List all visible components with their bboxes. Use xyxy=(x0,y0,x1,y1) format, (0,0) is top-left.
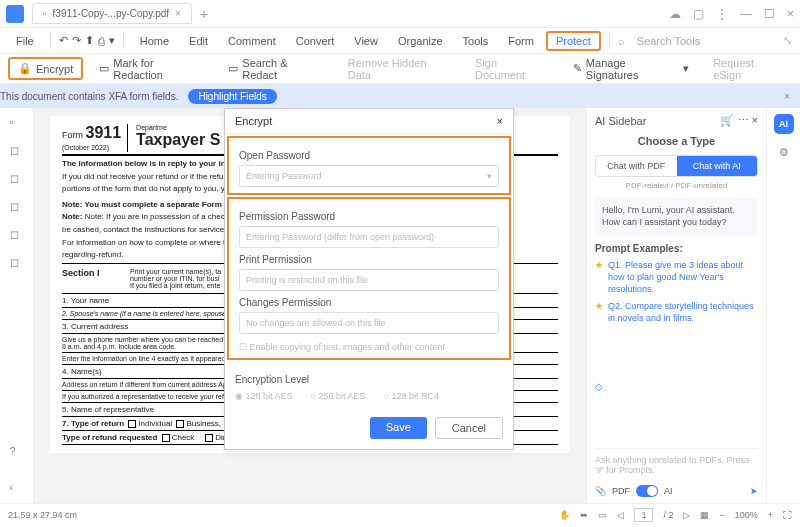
settings-icon[interactable]: ⚙ xyxy=(779,146,789,159)
bookmark-icon[interactable]: ◻ xyxy=(10,144,24,158)
help-icon[interactable]: ? xyxy=(10,445,24,459)
zoom-in-icon[interactable]: + xyxy=(768,510,773,520)
xfa-message: This document contains XFA form fields. xyxy=(0,91,178,102)
enc-128rc4-radio[interactable]: ○ 128 bit RC4 xyxy=(384,391,439,401)
menu-convert[interactable]: Convert xyxy=(288,33,343,49)
remove-hidden-button: Remove Hidden Data xyxy=(340,54,459,84)
enc-128aes-radio[interactable]: ◉ 128 bit AES xyxy=(235,391,293,401)
menu-tools[interactable]: Tools xyxy=(455,33,497,49)
next-page-icon[interactable]: ▷ xyxy=(683,510,690,520)
encrypt-button[interactable]: 🔒Encrypt xyxy=(8,57,83,80)
location-icon[interactable]: ◇ xyxy=(595,375,758,398)
close-sidebar-icon[interactable]: × xyxy=(752,114,758,126)
pdf-toggle[interactable] xyxy=(636,485,658,497)
manage-sig-button[interactable]: ✎Manage Signatures▾ xyxy=(565,54,697,84)
redo-icon[interactable]: ↷ xyxy=(72,34,81,47)
search-redact-button[interactable]: ▭Search & Redact xyxy=(220,54,331,84)
mark-redaction-button[interactable]: ▭Mark for Redaction xyxy=(91,54,212,84)
changes-permission-label: Changes Permission xyxy=(239,297,499,308)
save-button[interactable]: Save xyxy=(370,417,427,439)
attach-icon[interactable]: 📎 xyxy=(595,486,606,496)
search-tools[interactable]: Search Tools xyxy=(629,33,708,49)
cart-icon[interactable]: 🛒 xyxy=(720,114,734,126)
prompt-examples-label: Prompt Examples: xyxy=(595,243,758,254)
tab-name: f3911-Copy-...py-Copy.pdf xyxy=(53,8,170,19)
chevron-down-icon: ▾ xyxy=(683,62,689,75)
fit-width-icon[interactable]: ⬌ xyxy=(580,510,588,520)
dropdown-icon[interactable]: ▾ xyxy=(109,34,115,47)
minimize-icon[interactable]: — xyxy=(740,7,752,21)
enc-256aes-radio[interactable]: ○ 256 bit AES xyxy=(311,391,366,401)
chat-with-ai-button[interactable]: Chat with AI xyxy=(677,156,758,176)
expand-icon[interactable]: ⤡ xyxy=(783,34,792,47)
encryption-level-label: Encryption Level xyxy=(235,374,503,385)
zoom-level[interactable]: 100% xyxy=(735,510,758,520)
send-icon[interactable]: ➤ xyxy=(750,486,758,496)
add-tab-button[interactable]: + xyxy=(200,6,208,22)
print-icon[interactable]: ⎙ xyxy=(98,35,105,47)
page-input[interactable]: 1 xyxy=(634,508,653,522)
close-window-icon[interactable]: × xyxy=(787,7,794,21)
highlight-fields-button[interactable]: Highlight Fields xyxy=(188,89,276,104)
document-tab[interactable]: ▫ f3911-Copy-...py-Copy.pdf × xyxy=(32,3,192,24)
star-icon: ★ xyxy=(595,260,603,295)
menu-home[interactable]: Home xyxy=(132,33,177,49)
upload-icon[interactable]: ⬆ xyxy=(85,34,94,47)
menu-comment[interactable]: Comment xyxy=(220,33,284,49)
example-1[interactable]: ★Q1. Please give me 3 ideas about how to… xyxy=(595,260,758,295)
maximize-icon[interactable]: ☐ xyxy=(764,7,775,21)
more-icon[interactable]: ⋯ xyxy=(738,114,749,126)
lock-icon: 🔒 xyxy=(18,62,32,75)
menu-edit[interactable]: Edit xyxy=(181,33,216,49)
print-permission-select[interactable]: Printing is restricted on this file xyxy=(239,269,499,291)
print-permission-label: Print Permission xyxy=(239,254,499,265)
menu-view[interactable]: View xyxy=(346,33,386,49)
request-esign-button: Request eSign xyxy=(705,54,792,84)
menu-form[interactable]: Form xyxy=(500,33,542,49)
ask-input[interactable]: Ask anything unrelated to PDFs. Press '#… xyxy=(595,448,758,481)
enable-copy-label: Enable copying of text, images and other… xyxy=(250,342,445,352)
ai-greeting: Hello, I'm Lumi, your AI assistant. How … xyxy=(595,198,758,235)
page-dimensions: 21.59 x 27.94 cm xyxy=(8,510,77,520)
search-panel-icon[interactable]: ◻ xyxy=(10,228,24,242)
more-icon[interactable]: ⋮ xyxy=(716,7,728,21)
chat-icon[interactable]: ▢ xyxy=(693,7,704,21)
close-xfa-icon[interactable]: × xyxy=(784,91,790,102)
comment-panel-icon[interactable]: ◻ xyxy=(10,172,24,186)
hand-tool-icon[interactable]: ✋ xyxy=(559,510,570,520)
layers-icon[interactable]: ◻ xyxy=(10,256,24,270)
cloud-icon[interactable]: ☁ xyxy=(669,7,681,21)
permission-password-input[interactable]: Entering Password (differ from open pass… xyxy=(239,226,499,248)
close-tab-icon[interactable]: × xyxy=(175,8,181,19)
undo-icon[interactable]: ↶ xyxy=(59,34,68,47)
view-mode-icon[interactable]: ▦ xyxy=(700,510,709,520)
choose-type-label: Choose a Type xyxy=(595,135,758,147)
encrypt-dialog: Encrypt× Open Password Entering Password… xyxy=(224,108,514,450)
menu-file[interactable]: File xyxy=(8,33,42,49)
prev-page-icon[interactable]: ◁ xyxy=(617,510,624,520)
checkbox-icon[interactable]: ☐ xyxy=(239,342,247,352)
thumbnail-icon[interactable]: ▫ xyxy=(10,116,24,130)
app-icon xyxy=(6,5,24,23)
menu-protect[interactable]: Protect xyxy=(546,31,601,51)
chat-with-pdf-button[interactable]: Chat with PDF xyxy=(596,156,677,176)
open-password-input[interactable]: Entering Password▾ xyxy=(239,165,499,187)
pdf-icon: ▫ xyxy=(43,8,47,19)
pdf-toggle-label: PDF xyxy=(612,486,630,496)
example-2[interactable]: ★Q2. Compare storytelling techniques in … xyxy=(595,301,758,324)
ai-toggle-label: AI xyxy=(664,486,673,496)
dialog-title: Encrypt xyxy=(235,115,272,127)
search-icon: ⌕ xyxy=(618,35,625,47)
menu-organize[interactable]: Organize xyxy=(390,33,451,49)
open-password-label: Open Password xyxy=(239,150,499,161)
cancel-button[interactable]: Cancel xyxy=(435,417,503,439)
fit-page-icon[interactable]: ▭ xyxy=(598,510,607,520)
ai-badge-icon[interactable]: AI xyxy=(774,114,794,134)
attachment-icon[interactable]: ◻ xyxy=(10,200,24,214)
collapse-icon[interactable]: ‹ xyxy=(10,481,24,495)
changes-permission-select[interactable]: No changes are allowed on this file xyxy=(239,312,499,334)
close-dialog-icon[interactable]: × xyxy=(497,115,503,127)
fullscreen-icon[interactable]: ⛶ xyxy=(783,510,792,520)
permission-password-label: Permission Password xyxy=(239,211,499,222)
zoom-out-icon[interactable]: − xyxy=(719,510,724,520)
